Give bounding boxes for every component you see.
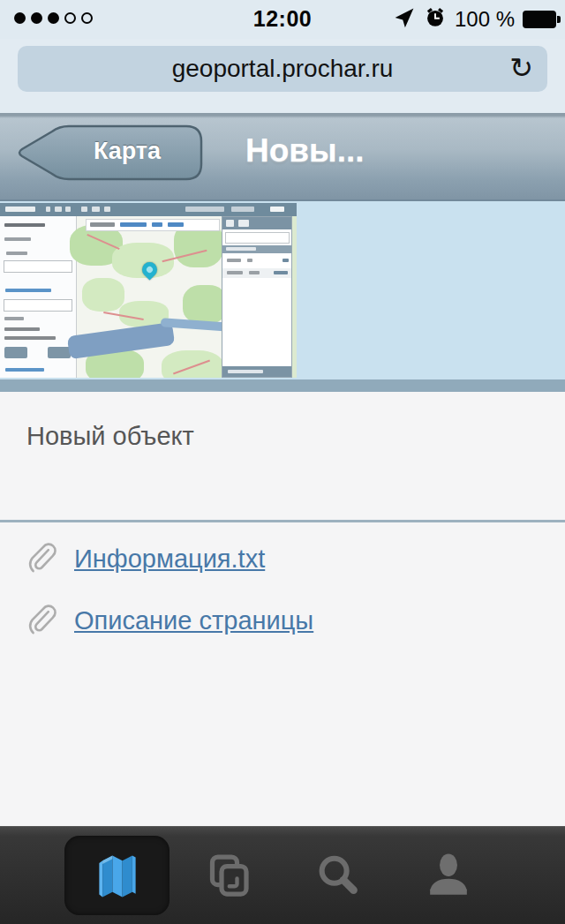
thumb-map <box>77 216 221 378</box>
reload-icon[interactable]: ↻ <box>509 51 533 85</box>
thumb-right-panel <box>222 216 292 378</box>
battery-percentage: 100 % <box>455 7 515 32</box>
object-detail-content: Новый объект Информация.txt Описание стр… <box>0 392 565 826</box>
tab-search[interactable] <box>282 833 393 918</box>
paperclip-icon <box>25 542 58 575</box>
tab-profile[interactable] <box>393 833 503 918</box>
attachment-link[interactable]: Информация.txt <box>74 545 265 574</box>
alarm-clock-icon <box>424 6 447 33</box>
thumb-map-searchbar <box>86 219 220 231</box>
object-heading: Новый объект <box>26 422 194 451</box>
thumb-map-sliver <box>292 216 297 378</box>
battery-icon <box>523 11 556 28</box>
content-divider <box>0 520 565 522</box>
status-bar: 12:00 100 % <box>0 0 565 39</box>
active-tab-highlight <box>64 836 170 915</box>
url-text[interactable]: geoportal.prochar.ru <box>18 55 547 83</box>
page-title: Новы... <box>245 132 365 169</box>
bottom-tab-bar <box>0 826 565 924</box>
tab-map[interactable] <box>62 833 172 918</box>
person-icon <box>423 850 474 901</box>
pages-icon <box>203 851 252 900</box>
address-bar[interactable]: geoportal.prochar.ru ↻ <box>18 46 547 92</box>
back-button-label: Карта <box>49 138 205 165</box>
preview-band <box>0 201 565 379</box>
paperclip-icon <box>25 604 58 637</box>
thumb-toolbar <box>0 203 297 216</box>
attachment-row[interactable]: Информация.txt <box>25 542 265 575</box>
attachment-link[interactable]: Описание страницы <box>74 606 313 635</box>
location-arrow-icon <box>393 6 416 33</box>
attachment-row[interactable]: Описание страницы <box>25 604 313 637</box>
tab-pages[interactable] <box>172 833 282 918</box>
back-button[interactable]: Карта <box>14 124 205 182</box>
browser-chrome: geoportal.prochar.ru ↻ <box>0 39 565 113</box>
map-app-screenshot-thumbnail <box>0 203 297 378</box>
section-divider-band <box>0 379 565 392</box>
map-icon <box>89 849 146 902</box>
page-header: Карта Новы... <box>0 113 565 201</box>
thumb-left-panel <box>0 216 77 378</box>
search-icon <box>313 851 363 900</box>
